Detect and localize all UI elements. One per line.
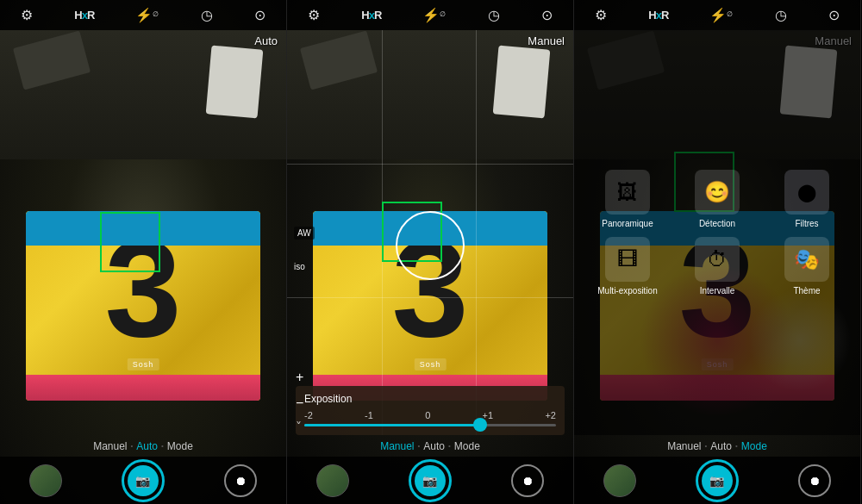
mode-detection[interactable]: 😊 Détection [677, 170, 758, 228]
video-button-3[interactable]: ⏺ [798, 464, 831, 497]
mode-label-1: Auto [254, 34, 278, 47]
multi-exposition-icon: 🎞 [617, 247, 638, 271]
focus-rectangle-1 [100, 212, 160, 272]
detection-icon-bg: 😊 [695, 170, 740, 215]
exp-val-1: -1 [365, 410, 373, 420]
hxr-logo-2[interactable]: HxR [361, 9, 381, 22]
gallery-thumb-2[interactable] [316, 464, 349, 497]
toolbar-2: ⚙ HxR ⚡∅ ◷ ⊙ [287, 0, 573, 30]
video-button-2[interactable]: ⏺ [511, 464, 544, 497]
multi-exposition-label: Multi-exposition [597, 286, 657, 296]
hxr-logo-3[interactable]: HxR [648, 9, 668, 22]
exposure-scale: -2 -1 0 +1 +2 [304, 410, 556, 420]
nav-dot-4: • [448, 442, 451, 450]
mode-overlay: 🖼 Panoramique 😊 Détection ⬤ Filtres 🎞 [574, 30, 860, 435]
settings-icon-1[interactable]: ⚙ [21, 7, 33, 23]
timer-icon-2[interactable]: ◷ [488, 7, 500, 23]
video-icon-1: ⏺ [234, 474, 247, 488]
video-icon-2: ⏺ [522, 474, 534, 488]
exposure-slider-track[interactable] [304, 424, 556, 426]
camera-mode-icon-2[interactable]: ⊙ [541, 7, 553, 23]
nav-mode-3[interactable]: Mode [741, 440, 767, 452]
exposure-slider-fill [304, 424, 480, 426]
exposure-plus-btn[interactable]: + [296, 370, 303, 385]
detection-icon: 😊 [704, 180, 730, 204]
filtres-icon-bg: ⬤ [784, 170, 829, 215]
settings-icon-3[interactable]: ⚙ [595, 7, 607, 23]
mode-multi-exposition[interactable]: 🎞 Multi-exposition [587, 237, 668, 296]
mode-intervalle[interactable]: ⏱ Intervalle [677, 237, 758, 296]
mode-panoramique[interactable]: 🖼 Panoramique [587, 170, 668, 228]
video-button-1[interactable]: ⏺ [224, 464, 257, 497]
nav-manuel-2[interactable]: Manuel [380, 440, 414, 452]
flash-icon-1[interactable]: ⚡∅ [135, 7, 159, 23]
flash-icon-2[interactable]: ⚡∅ [422, 7, 446, 23]
toolbar-3: ⚙ HxR ⚡∅ ◷ ⊙ [574, 0, 860, 30]
devices-bg-2 [287, 30, 573, 159]
nav-auto-1[interactable]: Auto [136, 440, 158, 452]
nav-dot-5: • [705, 442, 708, 450]
nav-auto-2[interactable]: Auto [423, 440, 445, 452]
bottom-controls-2: 📷 ⏺ [287, 457, 573, 504]
sosh-label-1: Sosh [128, 358, 159, 370]
flash-icon-3[interactable]: ⚡∅ [709, 7, 733, 23]
gallery-thumb-1[interactable] [29, 464, 62, 497]
nav-dot-6: • [735, 442, 738, 450]
mode-grid: 🖼 Panoramique 😊 Détection ⬤ Filtres 🎞 [574, 161, 860, 304]
exposure-slider-thumb[interactable] [473, 418, 487, 432]
panoramique-label: Panoramique [602, 219, 653, 228]
nav-auto-3[interactable]: Auto [710, 440, 732, 452]
bottom-nav-3: Manuel • Auto • Mode [574, 435, 860, 457]
nav-dot-3: • [418, 442, 421, 450]
mode-label-2: Manuel [528, 34, 565, 47]
awb-indicator[interactable]: AW [294, 227, 315, 240]
theme-label: Thème [793, 286, 820, 296]
gallery-thumb-3[interactable] [603, 464, 636, 497]
shutter-inner-3: 📷 [702, 465, 733, 496]
bottom-controls-1: 📷 ⏺ [0, 457, 286, 504]
timer-icon-1[interactable]: ◷ [201, 7, 213, 23]
panel-1: Sosh ⚙ HxR ⚡∅ ◷ ⊙ Auto Manuel • Auto • M… [0, 0, 287, 504]
camera-mode-icon-3[interactable]: ⊙ [828, 7, 840, 23]
iso-indicator[interactable]: iso [294, 262, 305, 271]
nav-manuel-3[interactable]: Manuel [667, 440, 701, 452]
chevron-down-icon[interactable]: ˅ [296, 420, 302, 433]
shutter-button-1[interactable]: 📷 [122, 459, 165, 502]
filtres-label: Filtres [795, 219, 818, 228]
devices-bg-1 [0, 30, 286, 159]
nav-dot-1: • [131, 442, 134, 450]
box-bottom-stripe-1 [26, 375, 260, 401]
bottom-nav-2: Manuel • Auto • Mode [287, 435, 573, 457]
mode-filtres[interactable]: ⬤ Filtres [766, 170, 847, 228]
intervalle-icon: ⏱ [707, 247, 728, 271]
panel-2: Sosh AW iso + − Exposition -2 -1 0 +1 +2… [287, 0, 574, 504]
intervalle-label: Intervalle [700, 286, 735, 296]
detection-label: Détection [699, 219, 735, 228]
shutter-button-3[interactable]: 📷 [696, 459, 739, 502]
exposure-minus-btn[interactable]: − [296, 395, 303, 411]
shutter-inner-1: 📷 [128, 465, 159, 496]
toolbar-1: ⚙ HxR ⚡∅ ◷ ⊙ [0, 0, 286, 30]
panoramique-icon: 🖼 [617, 180, 638, 204]
camera-icon-1: 📷 [135, 474, 150, 488]
sosh-label-2: Sosh [415, 358, 447, 370]
multi-exposition-icon-bg: 🎞 [605, 237, 650, 282]
mode-theme[interactable]: 🎭 Thème [766, 237, 847, 296]
shutter-inner-2: 📷 [415, 465, 446, 496]
shutter-button-2[interactable]: 📷 [409, 459, 452, 502]
nav-manuel-1[interactable]: Manuel [93, 440, 127, 452]
exp-val-4: +2 [545, 410, 556, 420]
nav-mode-2[interactable]: Mode [454, 440, 480, 452]
exposure-title: Exposition [304, 393, 556, 405]
camera-icon-2: 📷 [422, 474, 437, 488]
theme-icon: 🎭 [794, 247, 820, 271]
video-icon-3: ⏺ [809, 474, 821, 488]
camera-mode-icon-1[interactable]: ⊙ [254, 7, 265, 23]
settings-icon-2[interactable]: ⚙ [308, 7, 320, 23]
panoramique-icon-bg: 🖼 [605, 170, 650, 215]
exp-val-2: 0 [425, 410, 430, 420]
intervalle-icon-bg: ⏱ [695, 237, 740, 282]
nav-mode-1[interactable]: Mode [167, 440, 193, 452]
hxr-logo-1[interactable]: HxR [74, 9, 94, 22]
timer-icon-3[interactable]: ◷ [775, 7, 787, 23]
